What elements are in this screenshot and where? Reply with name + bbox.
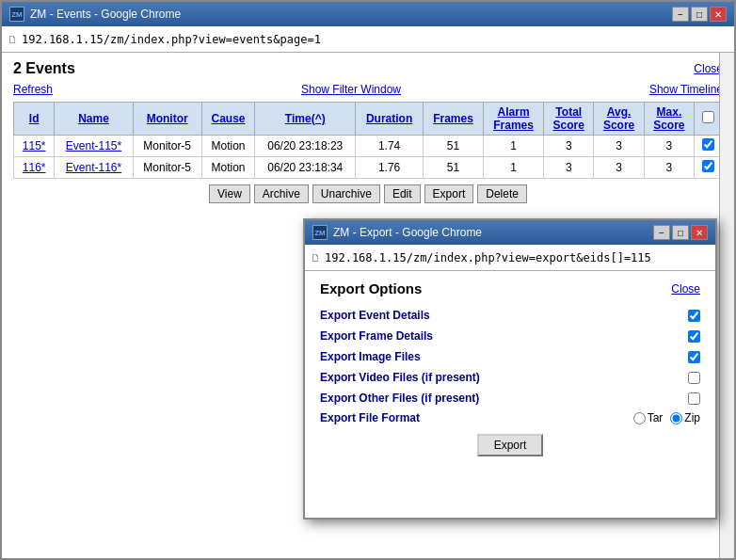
events-toolbar: Refresh Show Filter Window Show Timeline [13, 83, 723, 96]
export-address-text[interactable]: 192.168.1.15/zm/index.php?view=export&ei… [325, 251, 651, 264]
export-option-checkbox-3[interactable] [688, 372, 700, 384]
scrollbar[interactable] [719, 53, 734, 558]
export-option-row-2: Export Image Files [320, 349, 700, 364]
export-window-title: ZM - Export - Google Chrome [333, 226, 482, 239]
col-sort-duration[interactable]: Duration [366, 112, 412, 125]
cell-checkbox-1 [695, 157, 723, 179]
cell-alarm-frames-1: 1 [484, 157, 544, 179]
export-dialog: ZM ZM - Export - Google Chrome − □ ✕ 🗋 1… [303, 218, 717, 520]
maximize-button-main[interactable]: □ [691, 7, 708, 22]
export-option-checkbox-2[interactable] [688, 351, 700, 363]
unarchive-button[interactable]: Unarchive [312, 184, 380, 203]
event-id-link-0[interactable]: 115* [23, 139, 46, 152]
col-header-name: Name [55, 103, 133, 136]
event-name-link-0[interactable]: Event-115* [66, 139, 121, 152]
cell-total-score-1: 3 [544, 157, 594, 179]
export-option-label-1: Export Frame Details [320, 329, 433, 343]
main-window-title: ZM - Events - Google Chrome [30, 8, 181, 21]
col-sort-cause[interactable]: Cause [212, 112, 246, 125]
main-address-bar: 🗋 192.168.1.15/zm/index.php?view=events&… [2, 26, 734, 53]
cell-id-1: 116* [14, 157, 55, 179]
export-submit-button[interactable]: Export [477, 434, 544, 456]
export-content: Export Options Close Export Event Detail… [305, 271, 715, 518]
export-options-container: Export Event Details Export Frame Detail… [320, 308, 700, 406]
cell-monitor-1: Monitor-5 [133, 157, 201, 179]
view-button[interactable]: View [209, 184, 250, 203]
export-option-label-0: Export Event Details [320, 309, 430, 322]
close-button-export[interactable]: ✕ [691, 225, 708, 240]
show-timeline-link[interactable]: Show Timeline [649, 83, 723, 96]
col-header-id: Id [14, 103, 55, 136]
export-option-row-1: Export Frame Details [320, 328, 700, 344]
col-sort-alarm-frames[interactable]: AlarmFrames [493, 105, 534, 132]
cell-max-score-0: 3 [644, 136, 694, 157]
cell-max-score-1: 3 [644, 157, 694, 179]
maximize-button-export[interactable]: □ [672, 225, 689, 240]
export-format-radio-zip[interactable] [670, 412, 682, 424]
events-table: Id Name Monitor Cause Time(^) Duration F… [13, 102, 723, 179]
close-button-main[interactable]: ✕ [710, 7, 727, 22]
zm-logo-main: ZM [9, 7, 24, 22]
main-browser-window: ZM ZM - Events - Google Chrome − □ ✕ 🗋 1… [0, 0, 736, 560]
archive-button[interactable]: Archive [254, 184, 309, 203]
event-id-link-1[interactable]: 116* [23, 161, 46, 174]
export-format-label: Export File Format [320, 411, 420, 424]
table-row: 115* Event-115* Monitor-5 Motion 06/20 2… [14, 136, 723, 157]
select-all-checkbox[interactable] [702, 111, 714, 123]
col-sort-max-score[interactable]: Max.Score [653, 105, 684, 132]
export-button[interactable]: Export [424, 184, 474, 203]
cell-cause-1: Motion [201, 157, 254, 179]
cell-id-0: 115* [14, 136, 55, 157]
export-options-close-link[interactable]: Close [671, 282, 700, 296]
delete-button[interactable]: Delete [477, 184, 527, 203]
export-format-radio-tar[interactable] [633, 412, 646, 424]
col-sort-monitor[interactable]: Monitor [147, 112, 188, 125]
cell-duration-1: 1.76 [356, 157, 424, 179]
cell-name-1: Event-116* [55, 157, 133, 179]
main-address-text[interactable]: 192.168.1.15/zm/index.php?view=events&pa… [22, 33, 321, 46]
refresh-link[interactable]: Refresh [13, 83, 53, 96]
title-bar-left: ZM ZM - Events - Google Chrome [9, 7, 181, 22]
col-header-select [695, 103, 723, 136]
export-option-control-1 [688, 330, 700, 343]
row-checkbox-1[interactable] [702, 160, 714, 172]
row-checkbox-0[interactable] [702, 138, 714, 151]
export-option-label-4: Export Other Files (if present) [320, 392, 479, 405]
minimize-button-export[interactable]: − [653, 225, 670, 240]
col-header-cause: Cause [201, 103, 254, 136]
export-option-checkbox-0[interactable] [688, 310, 700, 322]
col-header-time: Time(^) [255, 103, 356, 136]
col-sort-name[interactable]: Name [78, 112, 109, 125]
export-option-control-0 [688, 310, 700, 322]
export-title-bar: ZM ZM - Export - Google Chrome − □ ✕ [305, 220, 715, 245]
show-filter-link[interactable]: Show Filter Window [301, 83, 401, 96]
export-submit-row: Export [320, 434, 700, 456]
export-option-row-0: Export Event Details [320, 308, 700, 323]
export-option-control-4 [688, 392, 700, 405]
col-header-avg-score: Avg.Score [594, 103, 644, 136]
col-sort-id[interactable]: Id [29, 112, 40, 125]
cell-checkbox-0 [695, 136, 723, 157]
minimize-button-main[interactable]: − [672, 7, 689, 22]
export-address-bar: 🗋 192.168.1.15/zm/index.php?view=export&… [305, 245, 715, 271]
export-option-checkbox-1[interactable] [688, 330, 700, 343]
edit-button[interactable]: Edit [384, 184, 421, 203]
col-header-alarm-frames: AlarmFrames [484, 103, 544, 136]
cell-time-0: 06/20 23:18:23 [255, 136, 356, 157]
col-sort-avg-score[interactable]: Avg.Score [603, 105, 634, 132]
col-sort-time[interactable]: Time(^) [285, 112, 326, 125]
cell-duration-0: 1.74 [356, 136, 424, 157]
col-header-max-score: Max.Score [644, 103, 694, 136]
cell-total-score-0: 3 [544, 136, 594, 157]
cell-time-1: 06/20 23:18:34 [255, 157, 356, 179]
event-name-link-1[interactable]: Event-116* [66, 161, 121, 174]
cell-alarm-frames-0: 1 [484, 136, 544, 157]
col-sort-total-score[interactable]: TotalScore [553, 105, 584, 132]
zm-logo-export: ZM [312, 225, 328, 240]
col-sort-frames[interactable]: Frames [433, 112, 473, 125]
export-option-checkbox-4[interactable] [688, 392, 700, 405]
export-title-bar-left: ZM ZM - Export - Google Chrome [312, 225, 482, 240]
cell-frames-1: 51 [423, 157, 483, 179]
export-format-radio-group: Tar Zip [633, 411, 700, 424]
export-option-row-4: Export Other Files (if present) [320, 391, 700, 406]
